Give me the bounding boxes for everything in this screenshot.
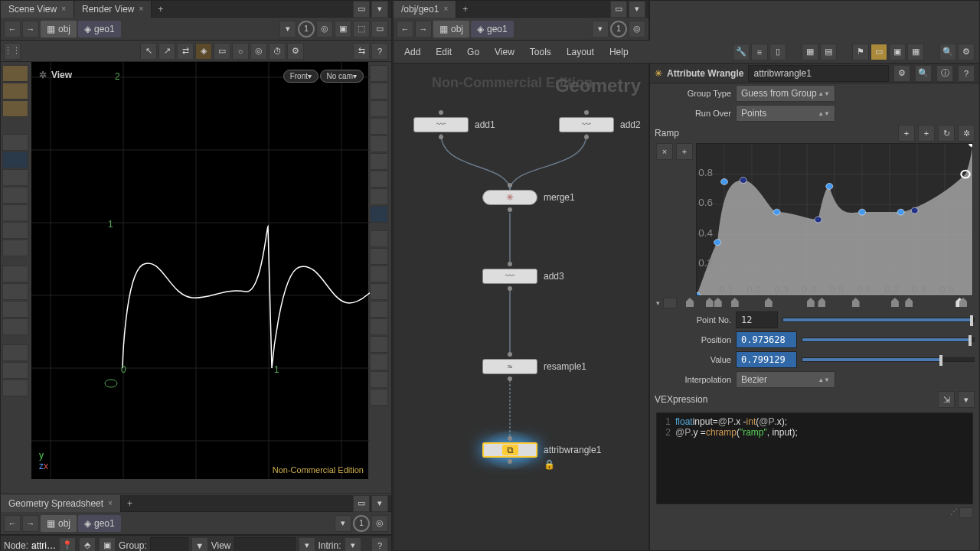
disp-2-icon[interactable]	[370, 83, 388, 99]
ring-icon[interactable]: ◎	[316, 21, 333, 37]
tool-a-icon[interactable]	[2, 169, 28, 186]
wrench-icon[interactable]: 🔧	[733, 44, 750, 60]
ramp-handle-track[interactable]	[686, 298, 967, 308]
palette-icon[interactable]: ▦	[907, 44, 924, 60]
misc-c-icon[interactable]	[2, 380, 28, 396]
tab-network-path[interactable]: /obj/geo1×	[394, 1, 456, 18]
image-icon[interactable]: ▣	[889, 44, 906, 60]
cube-icon[interactable]: ▣	[335, 21, 351, 37]
ramp-gear-icon[interactable]: ✲	[958, 125, 975, 142]
close-icon[interactable]: ×	[139, 5, 143, 13]
menu-tools[interactable]: Tools	[524, 44, 557, 60]
menu-help[interactable]: Help	[603, 44, 635, 60]
swap-icon[interactable]: ⇄	[177, 43, 194, 60]
take-indicator[interactable]: 1	[298, 21, 315, 37]
back-icon[interactable]: ←	[397, 21, 413, 37]
menu-view[interactable]: View	[488, 44, 521, 60]
disp-4-icon[interactable]	[370, 135, 388, 152]
back-icon[interactable]: ←	[4, 21, 21, 37]
misc-b-icon[interactable]	[2, 362, 28, 379]
tool-b-icon[interactable]	[2, 187, 28, 204]
snap-c-icon[interactable]	[2, 301, 28, 318]
shelf-tool-1-icon[interactable]	[2, 65, 28, 82]
back-icon[interactable]: ←	[4, 515, 21, 532]
vex-button-icon[interactable]	[959, 507, 973, 518]
nocam-dropdown[interactable]: No cam▾	[320, 70, 364, 83]
ramp-delete-button[interactable]: ×	[656, 143, 673, 160]
options-icon[interactable]: ⇆	[353, 43, 370, 60]
path-segment-obj[interactable]: ▦ obj	[41, 515, 77, 532]
pane-menu-icon[interactable]: ▾	[371, 495, 388, 512]
arrow-icon[interactable]: ↗	[158, 43, 175, 60]
snap-b-icon[interactable]	[2, 283, 28, 300]
shelf-tool-2-icon[interactable]	[2, 83, 28, 99]
info-icon[interactable]: ⓘ	[936, 65, 953, 82]
flag-icon[interactable]: ⚑	[852, 44, 869, 60]
pointno-input[interactable]	[736, 311, 778, 328]
tab-geometry-spreadsheet[interactable]: Geometry Spreadsheet×	[1, 495, 121, 512]
shade-3-icon[interactable]	[370, 266, 388, 282]
network-canvas[interactable]: Non-Commercial Edition Geometry 〰 add1 〰…	[394, 64, 648, 546]
shade-2-icon[interactable]	[370, 248, 388, 265]
node-resample1[interactable]: ≈ resample1	[482, 359, 586, 374]
gear-icon[interactable]: ⚙	[287, 43, 304, 60]
ramp-expand-icon[interactable]: ▾	[656, 299, 660, 307]
tab-add-button[interactable]: +	[456, 1, 474, 18]
ramp-add-button[interactable]: +	[676, 143, 693, 160]
gear-icon[interactable]: ⚙	[958, 44, 975, 60]
select-arrow-icon[interactable]: ↖	[140, 43, 157, 60]
lock-icon[interactable]	[370, 100, 388, 117]
shade-1-icon[interactable]	[370, 230, 388, 247]
pane-menu-icon[interactable]: ▾	[371, 1, 388, 18]
maximize-icon[interactable]: ▭	[610, 1, 627, 18]
tab-scene-view[interactable]: Scene View×	[1, 1, 74, 18]
resize-handle-icon[interactable]: ⋰	[950, 507, 958, 518]
tool-d-icon[interactable]	[2, 222, 28, 239]
ramp-canvas[interactable]: 0.80.60.40.2 0.10.20.3 0.40.50.6 0.70.80…	[696, 143, 973, 296]
menu-go[interactable]: Go	[461, 44, 485, 60]
snap-a-icon[interactable]	[2, 266, 28, 282]
shade-9-icon[interactable]	[370, 371, 388, 388]
position-input[interactable]	[736, 331, 797, 348]
gear-icon[interactable]: ⚙	[893, 65, 910, 82]
circle-icon[interactable]: ○	[232, 43, 249, 60]
forward-icon[interactable]: →	[415, 21, 432, 37]
shade-8-icon[interactable]	[370, 354, 388, 370]
help-icon[interactable]: ?	[371, 537, 388, 552]
snapping-icon[interactable]: ◈	[195, 43, 212, 60]
ramp-preset-icon[interactable]: +	[918, 125, 935, 142]
vex-editor[interactable]: 1 float input = @P.x - int(@P.x); 2 @P.y…	[656, 412, 973, 504]
menu-add[interactable]: Add	[398, 44, 426, 60]
filter-icon[interactable]: ▼	[191, 537, 208, 552]
vex-expand-icon[interactable]: ⇲	[938, 391, 955, 408]
node-add2[interactable]: 〰 add2	[559, 117, 641, 132]
shelf-tool-3-icon[interactable]	[2, 100, 28, 117]
close-icon[interactable]: ×	[61, 5, 66, 13]
node-add3[interactable]: 〰 add3	[482, 269, 564, 284]
view-menu-icon[interactable]: ▾	[299, 537, 315, 552]
forward-icon[interactable]: →	[22, 21, 39, 37]
light-icon[interactable]	[370, 153, 388, 170]
take-indicator[interactable]: 1	[353, 515, 370, 532]
disp-3-icon[interactable]	[370, 118, 388, 135]
value-input[interactable]	[736, 351, 797, 368]
close-icon[interactable]: ×	[443, 5, 448, 13]
disp-6-icon[interactable]	[370, 188, 388, 205]
disp-7-icon[interactable]	[370, 206, 388, 223]
dropdown-icon[interactable]: ▾	[592, 21, 609, 37]
shade-5-icon[interactable]	[370, 301, 388, 318]
node-attribwrangle1[interactable]: ⧉ attribwrangle1 🔒	[482, 442, 601, 458]
note-icon[interactable]: ▭	[871, 44, 887, 60]
tab-add-button[interactable]: +	[152, 1, 169, 18]
ring-icon[interactable]: ◎	[250, 43, 267, 60]
page-icon[interactable]: ▯	[769, 44, 786, 60]
value-slider[interactable]	[802, 357, 975, 362]
help-icon[interactable]: ?	[958, 65, 975, 82]
tab-render-view[interactable]: Render View×	[74, 1, 152, 18]
menu-layout[interactable]: Layout	[560, 44, 600, 60]
grid-icon[interactable]: ⋮⋮	[4, 43, 21, 60]
camera-icon[interactable]: ▭	[214, 43, 230, 60]
dropdown-icon[interactable]: ▾	[335, 515, 351, 532]
menu-edit[interactable]: Edit	[430, 44, 458, 60]
pane-menu-icon[interactable]: ▾	[629, 1, 645, 18]
